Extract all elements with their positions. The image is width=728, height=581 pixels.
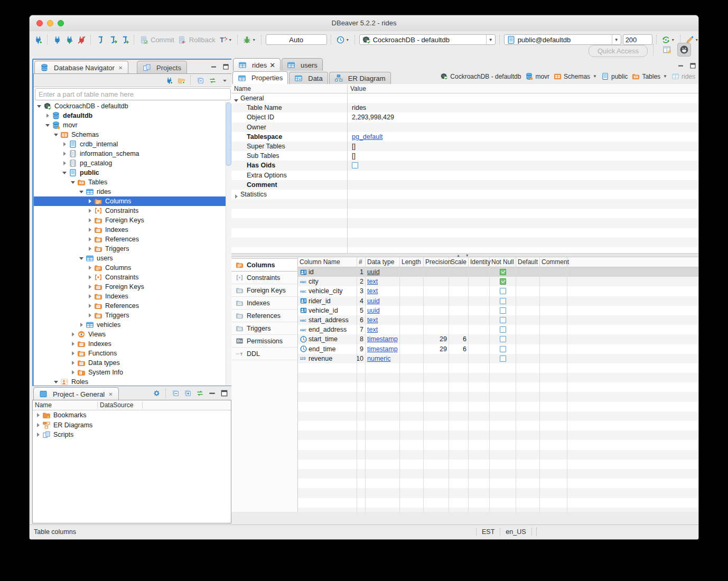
dropdown-caret-icon[interactable]: ▼ <box>593 74 597 79</box>
data-type-link[interactable]: uuid <box>367 307 380 314</box>
debug-button[interactable] <box>242 34 253 45</box>
props-header-value[interactable]: Value <box>348 85 699 92</box>
property-row-extra-options[interactable]: Extra Options <box>231 171 699 180</box>
timezone-indicator[interactable]: EST <box>476 528 500 536</box>
maximize-view-icon[interactable] <box>689 62 696 71</box>
tab-database-navigator[interactable]: Database Navigator ✕ <box>34 61 128 74</box>
column-row-start_address[interactable]: ABCstart_address6text <box>298 315 699 325</box>
tree-item-crdb-internal[interactable]: crdb_internal <box>34 139 232 149</box>
data-type-link[interactable]: text <box>367 287 378 295</box>
disconnect-button[interactable] <box>76 34 87 45</box>
not-null-checkbox[interactable] <box>500 298 506 304</box>
property-row-super-tables[interactable]: Super Tables[] <box>231 142 699 151</box>
minimize-view-icon[interactable] <box>207 388 217 399</box>
breadcrumb-item-cockroachdb-defaultdb[interactable]: CockroachDB - defaultdb <box>440 72 521 80</box>
tree-item-foreign-keys[interactable]: Foreign Keys <box>34 282 232 292</box>
reconnect-button[interactable] <box>64 34 74 45</box>
not-null-checkbox[interactable] <box>500 326 506 333</box>
sql-editor-button[interactable] <box>95 34 106 45</box>
maximize-view-icon[interactable] <box>219 388 229 399</box>
data-type-link[interactable]: timestamp <box>367 335 398 343</box>
locale-indicator[interactable]: en_US <box>500 528 531 536</box>
grid-header-data-type[interactable]: Data type <box>366 257 400 267</box>
transaction-log-button[interactable] <box>335 34 346 45</box>
project-item-bookmarks[interactable]: Bookmarks <box>33 410 231 420</box>
tree-item-movr[interactable]: movr <box>34 120 232 130</box>
tree-item-constraints[interactable]: Constraints <box>34 273 232 282</box>
column-row-city[interactable]: ABCcity2text <box>298 277 699 286</box>
data-type-link[interactable]: uuid <box>367 268 380 276</box>
grid-header-identity[interactable]: Identity <box>469 257 490 267</box>
grid-header-not-null[interactable]: Not Null <box>490 257 516 267</box>
connect-button[interactable] <box>52 34 62 45</box>
property-row-statistics[interactable]: Statistics <box>231 190 699 199</box>
dropdown-caret-icon[interactable]: ▼ <box>486 35 493 44</box>
dropdown-caret-icon[interactable]: ▼ <box>663 74 667 79</box>
column-row-revenue[interactable]: 123revenue10numeric <box>298 354 699 363</box>
side-tab-constraints[interactable]: Constraints <box>231 271 297 284</box>
tree-item-foreign-keys[interactable]: Foreign Keys <box>34 215 232 225</box>
tree-item-rides[interactable]: rides <box>34 187 232 196</box>
not-null-checkbox[interactable] <box>500 336 506 342</box>
dropdown-caret-icon[interactable]: ▾ <box>229 38 234 42</box>
not-null-checkbox[interactable] <box>500 288 506 294</box>
tree-item-tables[interactable]: Tables <box>34 177 232 187</box>
tree-item-cockroachdb-defaultdb[interactable]: CockroachDB - defaultdb <box>34 101 232 111</box>
property-row-general[interactable]: General <box>231 93 699 103</box>
tree-item-public[interactable]: public <box>34 168 232 177</box>
open-sql-script-button[interactable] <box>119 34 130 45</box>
grid-header-default[interactable]: Default <box>516 257 540 267</box>
column-row-start_time[interactable]: start_time8timestamp296 <box>298 334 699 344</box>
not-null-checkbox[interactable] <box>500 346 506 352</box>
property-row-sub-tables[interactable]: Sub Tables[] <box>231 151 699 161</box>
dropdown-caret-icon[interactable]: ▾ <box>672 38 676 42</box>
grid-header-column-name[interactable]: Column Name <box>298 257 357 267</box>
tree-item-defaultdb[interactable]: defaultdb <box>34 111 232 120</box>
tree-item-vehicles[interactable]: vehicles <box>34 320 232 330</box>
tab-projects[interactable]: Projects <box>137 61 187 74</box>
new-connection-button[interactable] <box>33 34 43 45</box>
dropdown-caret-icon[interactable]: ▼ <box>612 35 619 44</box>
commit-button[interactable] <box>138 34 149 45</box>
not-null-checkbox[interactable] <box>500 317 506 323</box>
transaction-mode-button[interactable]: T <box>218 34 229 45</box>
view-menu-button[interactable] <box>219 75 230 86</box>
fetch-size-input[interactable]: 200 <box>623 34 652 45</box>
sash-arrows-icon[interactable]: ▲ ▼ <box>456 254 471 257</box>
data-type-link[interactable]: numeric <box>367 355 390 362</box>
tree-item-users[interactable]: users <box>34 254 232 263</box>
side-tab-ddl[interactable]: <>TDDL <box>231 348 297 360</box>
project-item-scripts[interactable]: Scripts <box>33 430 231 440</box>
tree-item-constraints[interactable]: Constraints <box>34 206 232 215</box>
table-filter-input[interactable]: Enter a part of table name here <box>35 88 231 100</box>
editor-tab-rides[interactable]: rides✕ <box>233 58 281 71</box>
tree-item-references[interactable]: References <box>34 301 232 311</box>
grid-header-precision[interactable]: Precision <box>424 257 449 267</box>
property-row-comment[interactable]: Comment <box>231 180 699 190</box>
column-row-vehicle_id[interactable]: vehicle_id5uuid <box>298 306 699 315</box>
breadcrumb-item-schemas[interactable]: Schemas▼ <box>554 72 597 80</box>
column-row-rider_id[interactable]: rider_id4uuid <box>298 296 699 306</box>
property-row-owner[interactable]: Owner <box>231 123 699 132</box>
tree-item-indexes[interactable]: Indexes <box>34 292 232 301</box>
maximize-view-icon[interactable] <box>222 63 229 72</box>
side-tab-columns[interactable]: Columns <box>231 258 297 271</box>
tree-item-information-schema[interactable]: information_schema <box>34 149 232 158</box>
tree-item-system-info[interactable]: iSystem Info <box>34 368 232 377</box>
grid-header-length[interactable]: Length <box>400 257 424 267</box>
dbeaver-perspective-button[interactable] <box>677 43 691 57</box>
splitter-sash[interactable]: ▲ ▼ <box>231 253 699 257</box>
side-tab-permissions[interactable]: Permissions <box>231 335 297 348</box>
side-tab-foreign-keys[interactable]: Foreign Keys <box>231 284 297 297</box>
breadcrumb-item-public[interactable]: public <box>601 72 628 80</box>
grid-header-scale[interactable]: Scale <box>449 257 469 267</box>
column-row-vehicle_city[interactable]: ABCvehicle_city3text <box>298 286 699 296</box>
property-row-table-name[interactable]: Table Namerides <box>231 103 699 113</box>
editor-tab-users[interactable]: users <box>282 58 323 71</box>
data-type-link[interactable]: text <box>367 278 378 285</box>
column-row-id[interactable]: id1uuid <box>298 267 699 277</box>
dropdown-caret-icon[interactable]: ▾ <box>253 38 257 42</box>
tree-item-references[interactable]: References <box>34 235 232 244</box>
close-icon[interactable]: ✕ <box>108 391 113 397</box>
settings-button[interactable] <box>151 388 162 399</box>
